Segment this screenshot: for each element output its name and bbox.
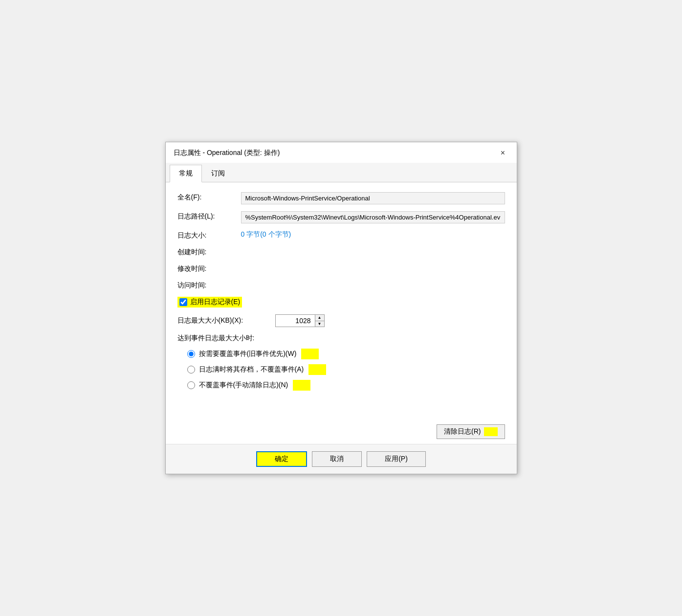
clear-log-label: 清除日志(R) <box>444 427 481 436</box>
log-path-input <box>241 211 505 223</box>
cancel-button[interactable]: 取消 <box>312 451 362 467</box>
apply-button[interactable]: 应用(P) <box>367 451 426 467</box>
highlight-archive <box>308 364 326 375</box>
radio-row-no-overwrite: 不覆盖事件(手动清除日志)(N) <box>187 380 505 391</box>
max-size-input[interactable] <box>276 315 315 327</box>
radio-row-overwrite: 按需要覆盖事件(旧事件优先)(W) <box>187 349 505 359</box>
accessed-label: 访问时间: <box>177 280 241 290</box>
full-name-input <box>241 192 505 204</box>
radio-archive[interactable] <box>187 366 195 374</box>
bottom-bar: 确定 取消 应用(P) <box>166 444 517 474</box>
log-size-value-container: 0 字节(0 个字节) <box>241 230 505 239</box>
ok-button[interactable]: 确定 <box>256 451 307 467</box>
spinbox-up-button[interactable]: ▲ <box>315 315 324 321</box>
content-area: 全名(F): 日志路径(L): 日志大小: 0 字节(0 个字节) 创建时间: <box>166 182 517 419</box>
radio-overwrite[interactable] <box>187 350 195 358</box>
clear-log-highlight <box>484 427 498 436</box>
radio-archive-label: 日志满时将其存档，不覆盖事件(A) <box>199 365 304 374</box>
spinbox-wrapper: ▲ ▼ <box>275 314 325 327</box>
dialog-window: 日志属性 - Operational (类型: 操作) × 常规 订阅 全名(F… <box>165 142 517 474</box>
log-path-row: 日志路径(L): <box>177 211 505 223</box>
close-button[interactable]: × <box>497 147 509 159</box>
max-size-row: 日志最大大小(KB)(X): ▲ ▼ <box>177 314 505 327</box>
radio-row-archive: 日志满时将其存档，不覆盖事件(A) <box>187 364 505 375</box>
full-name-row: 全名(F): <box>177 192 505 204</box>
spinbox-down-button[interactable]: ▼ <box>315 321 324 327</box>
radio-overwrite-label: 按需要覆盖事件(旧事件优先)(W) <box>199 350 297 358</box>
created-label: 创建时间: <box>177 247 241 257</box>
when-max-label: 达到事件日志最大大小时: <box>177 334 505 343</box>
dialog-title: 日志属性 - Operational (类型: 操作) <box>174 149 280 157</box>
enable-logging-label: 启用日志记录(E) <box>190 298 241 307</box>
created-row: 创建时间: <box>177 247 505 257</box>
tab-general[interactable]: 常规 <box>170 165 202 182</box>
tab-subscribe[interactable]: 订阅 <box>202 165 234 182</box>
log-path-label: 日志路径(L): <box>177 211 241 221</box>
full-name-label: 全名(F): <box>177 192 241 202</box>
spinbox-buttons: ▲ ▼ <box>315 315 324 327</box>
tab-bar: 常规 订阅 <box>166 163 517 182</box>
highlight-overwrite <box>301 349 319 359</box>
full-name-value-container <box>241 192 505 204</box>
accessed-row: 访问时间: <box>177 280 505 290</box>
log-size-value: 0 字节(0 个字节) <box>241 230 291 238</box>
log-size-label: 日志大小: <box>177 230 241 240</box>
radio-no-overwrite[interactable] <box>187 381 195 389</box>
enable-logging-checkbox[interactable] <box>179 298 187 306</box>
clear-log-button[interactable]: 清除日志(R) <box>437 424 505 439</box>
footer-actions: 清除日志(R) <box>166 419 517 444</box>
enable-logging-row: 启用日志记录(E) <box>177 297 242 308</box>
radio-no-overwrite-label: 不覆盖事件(手动清除日志)(N) <box>199 381 288 390</box>
highlight-no-overwrite <box>293 380 310 391</box>
radio-group: 按需要覆盖事件(旧事件优先)(W) 日志满时将其存档，不覆盖事件(A) 不覆盖事… <box>187 349 505 391</box>
modified-label: 修改时间: <box>177 264 241 273</box>
log-size-row: 日志大小: 0 字节(0 个字节) <box>177 230 505 240</box>
log-path-value-container <box>241 211 505 223</box>
title-bar: 日志属性 - Operational (类型: 操作) × <box>166 142 517 163</box>
max-size-label: 日志最大大小(KB)(X): <box>177 316 275 325</box>
modified-row: 修改时间: <box>177 264 505 273</box>
